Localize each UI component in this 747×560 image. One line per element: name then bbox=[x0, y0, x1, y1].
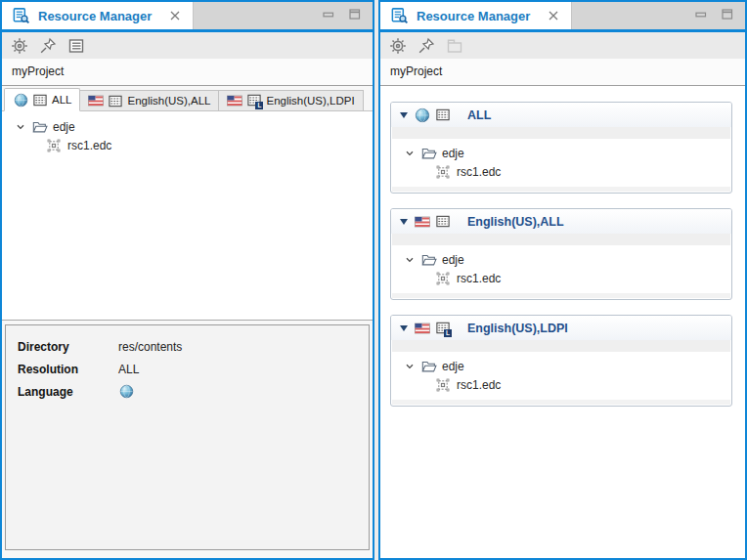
section-footer bbox=[392, 400, 730, 405]
window-buttons bbox=[695, 9, 733, 20]
section-footer bbox=[392, 187, 730, 192]
collapse-triangle-icon[interactable] bbox=[400, 325, 408, 331]
tree-item-rsc1-edc[interactable]: rsc1.edc bbox=[391, 162, 731, 181]
tree-item-edje[interactable]: edje bbox=[391, 357, 731, 375]
section-separator bbox=[392, 234, 730, 245]
ldpi-badge: L bbox=[444, 329, 452, 337]
chevron-down-icon[interactable] bbox=[403, 362, 417, 371]
edc-file-icon bbox=[435, 164, 451, 180]
file-label: rsc1.edc bbox=[457, 165, 501, 179]
section-separator bbox=[392, 127, 730, 139]
close-icon[interactable] bbox=[169, 10, 181, 22]
info-value: res/contents bbox=[118, 340, 182, 354]
resource-tree-area: edje rsc1.edc bbox=[2, 110, 373, 321]
grid-ldpi-icon: L bbox=[435, 321, 451, 336]
folder-open-icon bbox=[421, 359, 437, 374]
section-header-english-us-ldpi[interactable]: L English(US),LDPI bbox=[391, 316, 731, 340]
maximize-icon[interactable] bbox=[349, 9, 361, 20]
close-icon[interactable] bbox=[548, 10, 559, 22]
us-flag-icon bbox=[415, 214, 430, 230]
ldpi-badge: L bbox=[255, 102, 263, 109]
folder-open-icon bbox=[421, 252, 437, 268]
tab-title: Resource Manager bbox=[38, 9, 152, 23]
left-content: myProject ALL English(US),ALL L bbox=[2, 59, 373, 558]
resolution-tab-label: English(US),ALL bbox=[127, 95, 210, 107]
grid-ldpi-icon: L bbox=[246, 93, 262, 108]
grid-icon bbox=[32, 92, 48, 108]
resolution-tab-bar: ALL English(US),ALL L English(US),LDPI bbox=[4, 88, 364, 111]
resource-groups: ALL edje rsc1.edc bbox=[390, 86, 732, 558]
grid-icon bbox=[435, 108, 451, 123]
settings-gear-icon[interactable] bbox=[389, 37, 407, 55]
collapse-triangle-icon[interactable] bbox=[400, 219, 408, 225]
minimize-icon[interactable] bbox=[695, 10, 707, 20]
tab-resource-manager[interactable]: Resource Manager bbox=[380, 2, 572, 29]
globe-icon bbox=[415, 108, 430, 123]
resource-manager-icon bbox=[390, 7, 409, 24]
section-header-english-us-all[interactable]: English(US),ALL bbox=[391, 209, 731, 234]
folder-label: edje bbox=[53, 120, 75, 134]
grid-icon bbox=[108, 93, 123, 108]
pin-icon[interactable] bbox=[417, 37, 435, 55]
minimize-icon[interactable] bbox=[323, 10, 334, 20]
chevron-down-icon[interactable] bbox=[403, 255, 417, 265]
pin-icon[interactable] bbox=[39, 37, 57, 55]
info-label: Directory bbox=[18, 340, 118, 354]
window-buttons bbox=[323, 9, 361, 20]
file-label: rsc1.edc bbox=[457, 272, 501, 285]
info-row-language: Language bbox=[18, 380, 369, 403]
us-flag-icon bbox=[227, 93, 242, 108]
folder-open-icon bbox=[32, 119, 48, 135]
section-title: ALL bbox=[467, 108, 491, 122]
file-label: rsc1.edc bbox=[457, 378, 501, 392]
part-tab-bar: Resource Manager bbox=[380, 2, 745, 32]
chevron-down-icon[interactable] bbox=[403, 149, 417, 158]
file-label: rsc1.edc bbox=[67, 139, 111, 152]
resource-group-card-english-us-ldpi: L English(US),LDPI edje rsc1.e bbox=[390, 315, 732, 407]
right-content: myProject ALL edje bbox=[380, 59, 745, 558]
part-tab-bar: Resource Manager bbox=[2, 2, 373, 32]
resource-manager-panel-right: Resource Manager myProject bbox=[378, 0, 747, 560]
resolution-tab-label: English(US),LDPI bbox=[266, 95, 354, 107]
globe-icon bbox=[13, 92, 28, 108]
resolution-tab-english-us-ldpi[interactable]: L English(US),LDPI bbox=[219, 90, 363, 111]
settings-gear-icon[interactable] bbox=[11, 37, 28, 55]
tree-item-edje[interactable]: edje bbox=[391, 250, 731, 269]
project-name-header: myProject bbox=[2, 59, 373, 86]
project-name-header: myProject bbox=[380, 59, 745, 86]
chevron-down-icon[interactable] bbox=[14, 122, 27, 132]
resolution-tab-all[interactable]: ALL bbox=[4, 88, 80, 111]
resource-manager-panel-left: Resource Manager myProject bbox=[0, 0, 374, 560]
edc-file-icon bbox=[435, 377, 451, 393]
tab-title: Resource Manager bbox=[417, 9, 530, 23]
tree-item-rsc1-edc[interactable]: rsc1.edc bbox=[2, 136, 373, 154]
folder-label: edje bbox=[442, 147, 464, 160]
folder-open-icon bbox=[421, 146, 437, 161]
list-view-icon[interactable] bbox=[67, 37, 85, 55]
view-toolbar bbox=[2, 32, 373, 59]
collapse-triangle-icon[interactable] bbox=[400, 112, 408, 118]
section-separator bbox=[392, 340, 730, 352]
resolution-tab-label: ALL bbox=[52, 94, 71, 106]
tab-resource-manager[interactable]: Resource Manager bbox=[2, 2, 194, 29]
folder-label: edje bbox=[442, 360, 464, 373]
section-footer bbox=[392, 293, 730, 298]
grid-icon bbox=[435, 214, 451, 230]
section-header-all[interactable]: ALL bbox=[391, 103, 731, 127]
tree-item-edje[interactable]: edje bbox=[391, 144, 731, 162]
globe-icon bbox=[118, 384, 134, 400]
section-title: English(US),ALL bbox=[467, 215, 564, 229]
info-value: ALL bbox=[118, 363, 139, 376]
maximize-icon[interactable] bbox=[722, 9, 733, 20]
info-row-resolution: Resolution ALL bbox=[18, 358, 369, 380]
section-title: English(US),LDPI bbox=[467, 322, 568, 335]
folder-label: edje bbox=[442, 253, 464, 267]
view-toolbar bbox=[380, 32, 745, 59]
tree-item-edje[interactable]: edje bbox=[2, 117, 373, 136]
workbench: Resource Manager myProject bbox=[0, 0, 747, 560]
us-flag-icon bbox=[88, 93, 104, 108]
tree-item-rsc1-edc[interactable]: rsc1.edc bbox=[391, 269, 731, 287]
tree-item-rsc1-edc[interactable]: rsc1.edc bbox=[391, 375, 731, 394]
edc-file-icon bbox=[435, 271, 451, 286]
resolution-tab-english-us-all[interactable]: English(US),ALL bbox=[80, 90, 219, 111]
